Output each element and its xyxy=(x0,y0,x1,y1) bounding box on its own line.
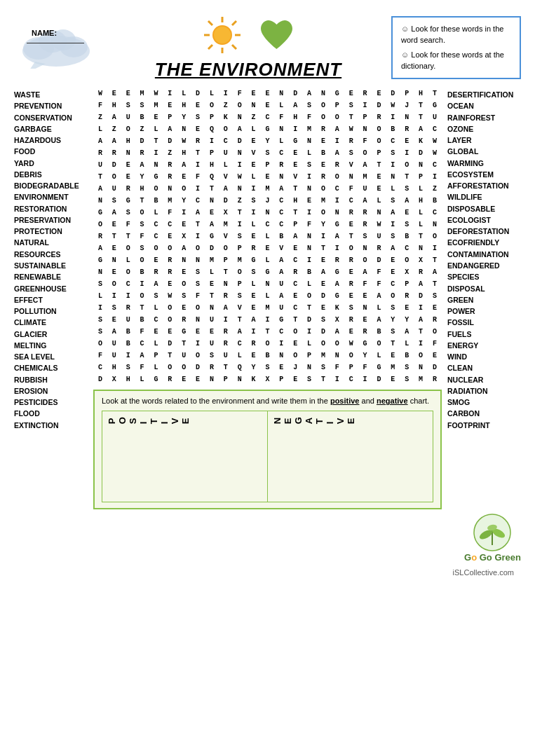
grid-cell: S xyxy=(191,266,205,278)
name-cloud: NAME: xyxy=(14,16,105,79)
grid-cell: L xyxy=(219,159,233,171)
grid-cell: R xyxy=(274,159,288,171)
grid-cell: F xyxy=(372,266,386,278)
right-word-item: WIND xyxy=(447,351,521,362)
grid-row: SOCIAEOSENPLNUCLEARFFCPAT xyxy=(93,278,442,290)
grid-row: AEOSOOAODOPREVENTIONRACNI xyxy=(93,242,442,254)
grid-cell: A xyxy=(177,159,191,171)
grid-cell: E xyxy=(163,278,177,290)
grid-cell: C xyxy=(386,135,400,147)
grid-cell: F xyxy=(135,231,149,242)
grid-cell: R xyxy=(163,266,177,278)
sun-icon xyxy=(201,14,243,56)
grid-cell: H xyxy=(107,362,121,373)
grid-cell: T xyxy=(344,231,358,242)
grid-cell: Y xyxy=(316,219,330,231)
grid-cell: L xyxy=(261,254,275,266)
grid-cell: C xyxy=(344,373,358,385)
grid-cell: S xyxy=(121,99,135,111)
grid-cell: S xyxy=(247,195,261,207)
grid-cell: E xyxy=(400,135,414,147)
grid-cell: D xyxy=(233,135,247,147)
grid-row: AAHDTDWRICDEYLGNEIRFOCEKW xyxy=(93,135,442,147)
grid-cell: S xyxy=(191,278,205,290)
grid-cell: N xyxy=(372,207,386,219)
positive-cell[interactable]: POSITIVE xyxy=(102,411,268,502)
grid-cell: I xyxy=(191,338,205,350)
svg-line-12 xyxy=(232,21,236,25)
right-word-item: OCEAN xyxy=(447,100,521,111)
grid-cell: C xyxy=(149,314,163,326)
grid-cell: N xyxy=(261,278,275,290)
grid-cell: F xyxy=(330,362,344,373)
grid-cell: E xyxy=(386,266,400,278)
grid-cell: C xyxy=(135,338,149,350)
grid-cell: R xyxy=(93,147,107,159)
grid-cell: S xyxy=(344,147,358,159)
grid-cell: Q xyxy=(205,171,219,183)
grid-cell: A xyxy=(93,183,107,195)
grid-cell: K xyxy=(330,302,344,314)
grid-cell: C xyxy=(274,207,288,219)
grid-cell: F xyxy=(135,326,149,338)
grid-cell: M xyxy=(386,362,400,373)
grid-cell: L xyxy=(247,278,261,290)
grid-cell: I xyxy=(93,302,107,314)
grid-cell: E xyxy=(302,195,316,207)
grid-cell: L xyxy=(149,207,163,219)
grid-cell: N xyxy=(149,159,163,171)
grid-cell: E xyxy=(288,338,302,350)
grid-cell: M xyxy=(149,99,163,111)
left-word-item: RUBBISH xyxy=(14,374,88,385)
grid-cell: B xyxy=(400,231,414,242)
grid-cell: H xyxy=(288,195,302,207)
grid-cell: R xyxy=(358,207,372,219)
grid-cell: N xyxy=(316,88,330,99)
grid-cell: O xyxy=(372,123,386,135)
grid-cell: A xyxy=(274,290,288,302)
grid-cell: G xyxy=(177,326,191,338)
grid-cell: D xyxy=(135,135,149,147)
grid-cell: T xyxy=(316,242,330,254)
grid-cell: I xyxy=(107,290,121,302)
grid-cell: T xyxy=(233,207,247,219)
right-word-item: NUCLEAR xyxy=(447,374,521,385)
grid-cell: C xyxy=(400,242,414,254)
grid-cell: C xyxy=(274,326,288,338)
grid-cell: L xyxy=(372,195,386,207)
grid-cell: U xyxy=(177,350,191,362)
grid-cell: N xyxy=(414,362,428,373)
grid-cell: F xyxy=(358,362,372,373)
grid-row: UDEANRAIHLIEPRESERVATIONC xyxy=(93,159,442,171)
grid-cell: U xyxy=(107,183,121,195)
grid-cell: G xyxy=(288,135,302,147)
grid-cell: I xyxy=(274,338,288,350)
grid-cell: R xyxy=(428,314,442,326)
left-word-item: CONSERVATION xyxy=(14,112,88,123)
grid-cell: T xyxy=(414,231,428,242)
grid-cell: A xyxy=(233,326,247,338)
negative-cell[interactable]: NEGATIVE xyxy=(268,411,433,502)
grid-cell: A xyxy=(233,123,247,135)
grid-cell: A xyxy=(107,111,121,123)
grid-cell: R xyxy=(344,135,358,147)
grid-cell: N xyxy=(163,183,177,195)
grid-cell: N xyxy=(274,171,288,183)
grid-cell: T xyxy=(107,231,121,242)
grid-cell: Z xyxy=(219,99,233,111)
grid-cell: I xyxy=(330,195,344,207)
left-word-item: GREENHOUSE xyxy=(14,283,88,294)
grid-cell: C xyxy=(428,207,442,219)
grid-cell: H xyxy=(414,88,428,99)
word-list-right: DESERTIFICATIONOCEANRAINFORESTOZONELAYER… xyxy=(447,88,521,509)
grid-cell: I xyxy=(428,171,442,183)
grid-cell: O xyxy=(288,350,302,362)
grid-cell: L xyxy=(414,207,428,219)
grid-cell: N xyxy=(261,207,275,219)
grid-cell: N xyxy=(358,242,372,254)
grid-cell: I xyxy=(219,88,233,99)
grid-cell: I xyxy=(414,302,428,314)
grid-cell: U xyxy=(274,278,288,290)
grid-cell: A xyxy=(107,326,121,338)
grid-cell: O xyxy=(233,99,247,111)
